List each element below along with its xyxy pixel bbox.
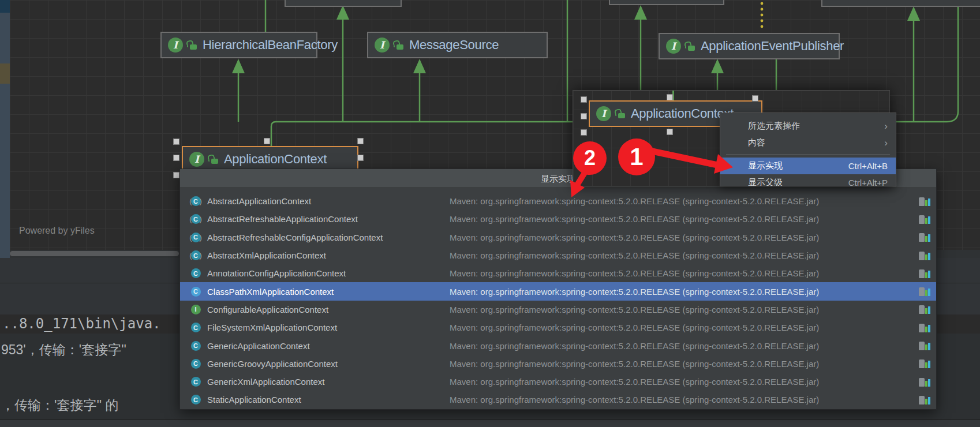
class-icon: C	[188, 323, 203, 332]
unlocked-icon	[395, 40, 404, 50]
console-line: 953'，传输：'套接字''	[1, 341, 126, 359]
menu-separator	[726, 154, 890, 155]
class-name: AnnotationConfigApplicationContext	[207, 268, 346, 278]
list-item[interactable]: (C)AbstractRefreshableConfigApplicationC…	[180, 229, 936, 246]
library-icon	[919, 341, 930, 350]
selection-handle[interactable]	[752, 95, 758, 102]
list-item[interactable]: (C)AbstractXmlApplicationContextMaven: o…	[180, 246, 936, 264]
menu-shortcut: Ctrl+Alt+P	[848, 178, 888, 186]
list-item[interactable]: (C)AbstractApplicationContextMaven: org.…	[180, 192, 936, 210]
interface-icon: I	[596, 106, 611, 121]
library-icon	[919, 197, 930, 206]
submenu-arrow-icon: ›	[884, 121, 888, 132]
class-name: GenericGroovyApplicationContext	[207, 359, 338, 369]
library-icon	[919, 233, 930, 242]
class-name: FileSystemXmlApplicationContext	[207, 323, 337, 332]
list-item[interactable]: CGenericApplicationContextMaven: org.spr…	[180, 336, 936, 354]
submenu-arrow-icon: ›	[884, 137, 888, 149]
library-icon	[919, 395, 930, 404]
class-name: StaticApplicationContext	[207, 395, 301, 404]
selection-handle[interactable]	[264, 138, 270, 144]
list-item[interactable]: CAnnotationConfigApplicationContextMaven…	[180, 264, 936, 282]
show-implementations-popup[interactable]: 显示实现 (C)AbstractApplicationContextMaven:…	[179, 168, 937, 410]
partial-node-top-1[interactable]	[285, 0, 402, 7]
selection-handle[interactable]	[173, 172, 179, 178]
selection-handle[interactable]	[173, 155, 179, 161]
list-item[interactable]: IConfigurableApplicationContextMaven: or…	[180, 301, 936, 319]
selection-handle[interactable]	[667, 94, 673, 100]
library-icon	[919, 323, 930, 332]
class-icon: C	[188, 287, 203, 297]
interface-icon: I	[188, 305, 203, 314]
console-line: ..8.0_171\bin\java.	[2, 316, 161, 332]
node-label: MessageSource	[409, 38, 499, 53]
partial-node-top-2[interactable]	[609, 0, 724, 5]
class-icon: C	[188, 268, 203, 278]
library-icon	[919, 305, 930, 314]
selection-handle[interactable]	[581, 96, 587, 103]
partial-node-top-3[interactable]	[821, 0, 980, 7]
editor-edge-strip	[0, 0, 10, 258]
selection-handle[interactable]	[173, 138, 179, 145]
class-icon: C	[188, 341, 203, 351]
selection-handle[interactable]	[357, 155, 364, 161]
console-line: ，传输：'套接字'' 的	[1, 396, 119, 414]
menu-item-show-implementations[interactable]: 显示实现 Ctrl+Alt+B	[720, 158, 896, 174]
maven-coordinates: Maven: org.springframework:spring-contex…	[450, 377, 819, 387]
maven-coordinates: Maven: org.springframework:spring-contex…	[450, 268, 819, 278]
maven-coordinates: Maven: org.springframework:spring-contex…	[450, 287, 819, 297]
list-item[interactable]: CFileSystemXmlApplicationContextMaven: o…	[180, 319, 936, 336]
list-item[interactable]: CStaticApplicationContextMaven: org.spri…	[180, 391, 936, 409]
interface-icon: I	[666, 39, 681, 54]
selection-handle[interactable]	[581, 113, 587, 119]
library-icon	[919, 269, 930, 278]
list-item[interactable]: CGenericGroovyApplicationContextMaven: o…	[180, 355, 936, 373]
node-label: ApplicationContext	[224, 152, 327, 167]
unlocked-icon	[686, 42, 695, 51]
maven-coordinates: Maven: org.springframework:spring-contex…	[450, 196, 819, 206]
maven-coordinates: Maven: org.springframework:spring-contex…	[450, 359, 819, 369]
class-name: ConfigurableApplicationContext	[207, 305, 328, 314]
class-icon: C	[188, 359, 203, 369]
node-label: ApplicationEventPublisher	[701, 39, 844, 54]
class-name: GenericApplicationContext	[207, 341, 310, 351]
unlocked-icon	[188, 40, 197, 50]
library-icon	[919, 377, 930, 387]
node-application-event-publisher[interactable]: I ApplicationEventPublisher	[659, 33, 840, 59]
maven-coordinates: Maven: org.springframework:spring-contex…	[450, 323, 819, 332]
list-item[interactable]: CGenericXmlApplicationContextMaven: org.…	[180, 373, 936, 391]
class-name: AbstractRefreshableApplicationContext	[207, 214, 358, 224]
class-name: AbstractApplicationContext	[207, 196, 311, 206]
menu-shortcut: Ctrl+Alt+B	[848, 161, 888, 171]
node-message-source[interactable]: I MessageSource	[367, 32, 548, 58]
node-label: HierarchicalBeanFactory	[203, 38, 338, 53]
node-label: ApplicationContext	[631, 106, 734, 121]
context-menu: 所选元素操作 › 内容 › 显示实现 Ctrl+Alt+B 显示父级 Ctrl+…	[720, 113, 896, 186]
library-icon	[919, 359, 930, 368]
menu-item-selected-element-actions[interactable]: 所选元素操作 ›	[720, 118, 896, 134]
library-icon	[919, 287, 930, 296]
library-icon	[919, 215, 930, 224]
selection-handle[interactable]	[357, 138, 364, 144]
abstract-class-icon: (C)	[188, 233, 203, 242]
list-item[interactable]: CClassPathXmlApplicationContextMaven: or…	[180, 282, 936, 300]
maven-coordinates: Maven: org.springframework:spring-contex…	[450, 395, 819, 404]
library-icon	[919, 251, 930, 260]
selection-handle[interactable]	[581, 129, 587, 136]
selection-handle[interactable]	[667, 129, 673, 135]
list-item[interactable]: (C)AbstractRefreshableApplicationContext…	[180, 210, 936, 228]
implementations-list: (C)AbstractApplicationContextMaven: org.…	[180, 188, 936, 409]
class-name: AbstractRefreshableConfigApplicationCont…	[207, 233, 383, 242]
abstract-class-icon: (C)	[188, 196, 203, 206]
menu-item-show-parents[interactable]: 显示父级 Ctrl+Alt+P	[720, 174, 896, 186]
interface-icon: I	[189, 152, 204, 167]
abstract-class-icon: (C)	[188, 214, 203, 224]
yfiles-watermark: Powered by yFiles	[19, 226, 95, 236]
class-name: AbstractXmlApplicationContext	[207, 250, 326, 260]
node-hierarchical-bean-factory[interactable]: I HierarchicalBeanFactory	[160, 32, 317, 58]
menu-item-content[interactable]: 内容 ›	[720, 134, 896, 151]
scrollbar-thumb[interactable]	[10, 251, 179, 256]
unlocked-icon	[616, 109, 626, 119]
class-icon: C	[188, 377, 203, 387]
maven-coordinates: Maven: org.springframework:spring-contex…	[450, 233, 819, 242]
